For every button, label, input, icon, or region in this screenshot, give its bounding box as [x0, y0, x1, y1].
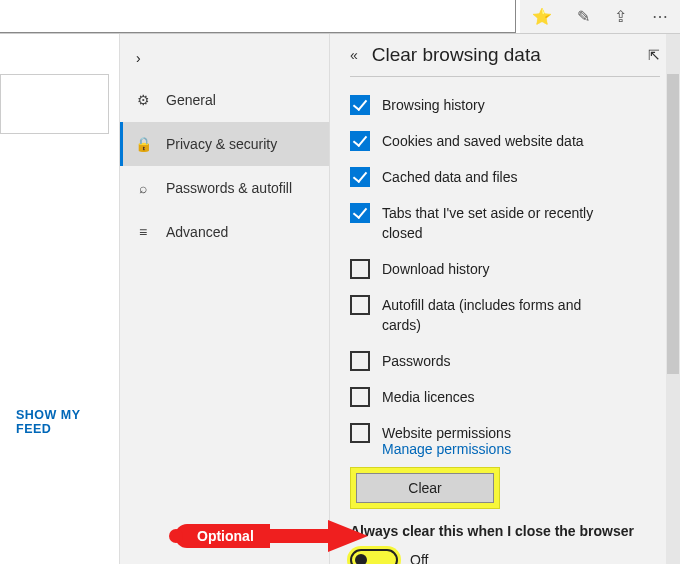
more-icon[interactable]: ⋯	[652, 7, 668, 26]
address-bar[interactable]	[0, 0, 516, 33]
checkbox-icon[interactable]	[350, 203, 370, 223]
checkbox-label: Browsing history	[382, 95, 485, 115]
panel-title: Clear browsing data	[372, 44, 634, 66]
panel-scrollbar-thumb[interactable]	[667, 74, 679, 374]
checkbox-icon[interactable]	[350, 167, 370, 187]
toggle-knob-icon	[355, 554, 367, 564]
browser-top-bar: ⭐ ✎ ⇪ ⋯	[0, 0, 680, 34]
checkbox-icon[interactable]	[350, 295, 370, 315]
checkbox-icon[interactable]	[350, 423, 370, 443]
topbar-icon-group: ⭐ ✎ ⇪ ⋯	[520, 0, 680, 33]
clear-button-highlight: Clear	[350, 467, 500, 509]
show-my-feed-link[interactable]: SHOW MY FEED	[0, 408, 119, 564]
checkbox-icon[interactable]	[350, 387, 370, 407]
settings-sidebar: › ⚙ General 🔒 Privacy & security ⌕ Passw…	[120, 34, 330, 564]
share-icon[interactable]: ⇪	[614, 7, 627, 26]
checkbox-icon[interactable]	[350, 259, 370, 279]
checkbox-download-history[interactable]: Download history	[350, 259, 660, 279]
checkbox-passwords[interactable]: Passwords	[350, 351, 660, 371]
always-clear-toggle-row: Off	[350, 549, 660, 564]
sidebar-item-privacy-security[interactable]: 🔒 Privacy & security	[120, 122, 329, 166]
sidebar-item-label: Advanced	[166, 224, 228, 240]
page-background: SHOW MY FEED	[0, 34, 120, 564]
checkbox-label: Passwords	[382, 351, 450, 371]
annotation-label: Optional	[175, 524, 270, 548]
pin-icon[interactable]: ⇱	[648, 47, 660, 63]
checkbox-media-licences[interactable]: Media licences	[350, 387, 660, 407]
panel-back-icon[interactable]: «	[350, 47, 358, 63]
ink-icon[interactable]: ✎	[577, 7, 590, 26]
always-clear-label: Always clear this when I close the brows…	[350, 523, 660, 539]
sidebar-item-label: Privacy & security	[166, 136, 277, 152]
checkbox-icon[interactable]	[350, 351, 370, 371]
favorites-icon[interactable]: ⭐	[532, 7, 552, 26]
sidebar-item-label: General	[166, 92, 216, 108]
checkbox-browsing-history[interactable]: Browsing history	[350, 95, 660, 115]
checkbox-tabs-set-aside[interactable]: Tabs that I've set aside or recently clo…	[350, 203, 660, 243]
annotation-arrow-shaft	[270, 529, 330, 543]
checkbox-icon[interactable]	[350, 95, 370, 115]
clear-browsing-data-panel: « Clear browsing data ⇱ Browsing history…	[330, 34, 680, 564]
checkbox-label: Website permissions	[382, 423, 511, 443]
panel-scrollbar[interactable]	[666, 34, 680, 564]
checkbox-icon[interactable]	[350, 131, 370, 151]
sidebar-item-general[interactable]: ⚙ General	[120, 78, 329, 122]
settings-back-chevron-icon[interactable]: ›	[136, 50, 141, 66]
annotation-optional-arrow: Optional	[175, 520, 368, 552]
sidebar-item-label: Passwords & autofill	[166, 180, 292, 196]
annotation-arrow-head-icon	[328, 520, 368, 552]
checkbox-label: Media licences	[382, 387, 475, 407]
checkbox-cached-data[interactable]: Cached data and files	[350, 167, 660, 187]
manage-permissions-link[interactable]: Manage permissions	[382, 441, 660, 457]
lock-icon: 🔒	[134, 136, 152, 152]
page-content-stub	[0, 74, 109, 134]
checkbox-website-permissions[interactable]: Website permissions	[350, 423, 660, 443]
checkbox-label: Tabs that I've set aside or recently clo…	[382, 203, 622, 243]
toggle-state-label: Off	[410, 552, 428, 564]
key-icon: ⌕	[134, 180, 152, 196]
sliders-icon: ≡	[134, 224, 152, 240]
panel-header: « Clear browsing data ⇱	[350, 44, 660, 77]
checkbox-cookies[interactable]: Cookies and saved website data	[350, 131, 660, 151]
checkbox-label: Download history	[382, 259, 489, 279]
checkbox-label: Cookies and saved website data	[382, 131, 584, 151]
checkbox-autofill-data[interactable]: Autofill data (includes forms and cards)	[350, 295, 660, 335]
checkbox-label: Autofill data (includes forms and cards)	[382, 295, 622, 335]
checkbox-label: Cached data and files	[382, 167, 517, 187]
clear-button[interactable]: Clear	[356, 473, 494, 503]
sidebar-item-passwords-autofill[interactable]: ⌕ Passwords & autofill	[120, 166, 329, 210]
sidebar-item-advanced[interactable]: ≡ Advanced	[120, 210, 329, 254]
gear-icon: ⚙	[134, 92, 152, 108]
